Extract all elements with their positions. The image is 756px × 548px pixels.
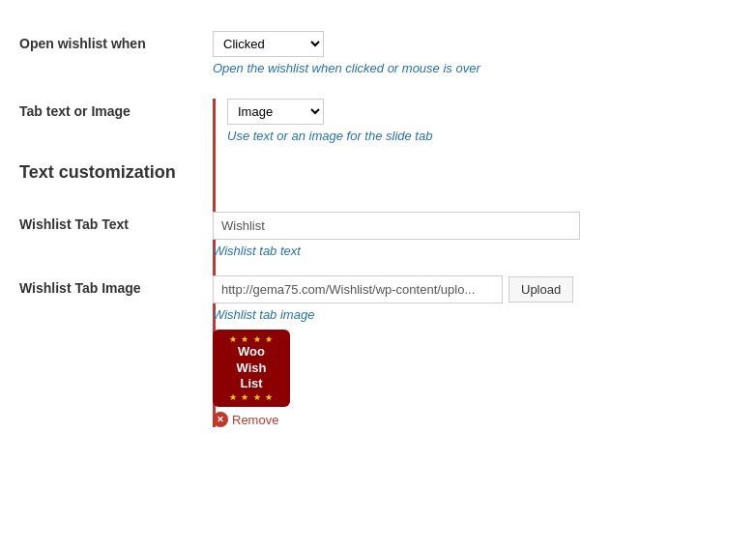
wishlist-tab-image-control: Upload Wishlist tab image ★ ★ ★ ★ Woo Wi…	[213, 275, 573, 427]
wishlist-tab-image-url-input[interactable]	[213, 275, 503, 303]
tab-text-image-dropdown[interactable]: Image Text	[227, 99, 324, 125]
remove-icon: ✕	[213, 412, 228, 427]
wishlist-tab-text-control: Wishlist tab text	[213, 212, 580, 258]
wishlist-tab-image-row: Wishlist Tab Image Upload Wishlist tab i…	[227, 275, 737, 427]
open-wishlist-dropdown[interactable]: Clicked Mouse is over	[213, 31, 324, 57]
tab-text-image-row: Tab text or Image Image Text Use text or…	[0, 87, 756, 439]
wishlist-image-preview: ★ ★ ★ ★ Woo Wish List ★ ★ ★ ★	[213, 330, 290, 407]
woo-text-line3: List	[240, 376, 262, 392]
text-customization-title: Text customization	[19, 162, 737, 183]
wishlist-tab-text-input[interactable]	[213, 212, 580, 240]
tab-text-image-label: Tab text or Image	[19, 99, 213, 119]
wishlist-tab-text-inner: Wishlist Tab Text Wishlist tab text	[227, 212, 737, 258]
url-row: Upload	[213, 275, 573, 303]
tab-text-image-hint: Use text or an image for the slide tab	[227, 129, 737, 143]
stars-bottom: ★ ★ ★ ★	[229, 392, 275, 402]
text-customization-section: Text customization Wishlist Tab Text Wis…	[227, 162, 737, 427]
wishlist-tab-image-hint: Wishlist tab image	[213, 307, 573, 322]
wishlist-tab-text-row: Wishlist Tab Text Wishlist tab text	[227, 212, 737, 258]
wishlist-tab-image-inner: Wishlist Tab Image Upload Wishlist tab i…	[227, 275, 737, 427]
wishlist-tab-text-hint: Wishlist tab text	[213, 244, 580, 258]
open-wishlist-row: Open wishlist when Clicked Mouse is over…	[0, 19, 756, 87]
woo-text-line2: Wish	[237, 361, 267, 377]
open-wishlist-label: Open wishlist when	[19, 31, 213, 51]
wishlist-tab-text-label: Wishlist Tab Text	[19, 212, 213, 232]
open-wishlist-control: Clicked Mouse is over Open the wishlist …	[213, 31, 737, 75]
open-wishlist-hint: Open the wishlist when clicked or mouse …	[213, 61, 737, 75]
remove-link[interactable]: ✕ Remove	[213, 412, 573, 427]
wishlist-tab-image-label: Wishlist Tab Image	[19, 275, 213, 296]
tab-text-image-control: Image Text Use text or an image for the …	[213, 99, 737, 427]
remove-label: Remove	[232, 413, 278, 427]
upload-button[interactable]: Upload	[509, 276, 573, 303]
stars-top: ★ ★ ★ ★	[229, 334, 275, 344]
woo-text-line1: Woo	[238, 344, 265, 361]
